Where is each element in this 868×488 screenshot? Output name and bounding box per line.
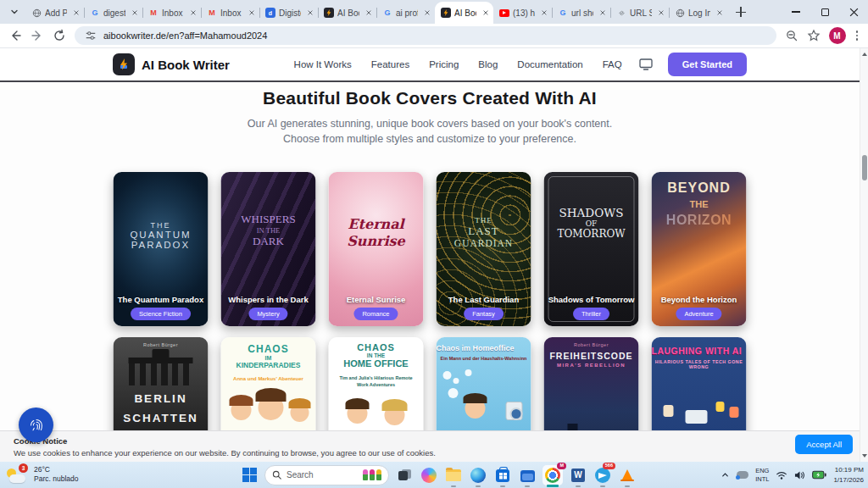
book-cover-eternal-sunrise[interactable]: EternalSunrise Eternal Sunrise Romance bbox=[329, 172, 424, 326]
nav-how-it-works[interactable]: How It Works bbox=[294, 59, 352, 69]
telegram-button[interactable]: 566 bbox=[593, 465, 612, 485]
window-minimize-button[interactable] bbox=[782, 0, 810, 24]
cover-art-title: LAUGHING WITH AI bbox=[652, 346, 747, 356]
book-cover-quantum-paradox[interactable]: THEQUANTUMPARADOX The Quantum Paradox Sc… bbox=[114, 172, 209, 326]
book-cover-last-guardian[interactable]: THELASTGUARDIAN The Last Guardian Fantas… bbox=[437, 172, 531, 326]
tab-close-icon[interactable] bbox=[597, 8, 608, 19]
tab-label: Inbox ( bbox=[162, 8, 184, 18]
word-button[interactable]: W bbox=[569, 465, 587, 485]
tab-digistore[interactable]: d Digisto bbox=[259, 2, 318, 24]
tab-close-icon[interactable] bbox=[70, 8, 81, 19]
onedrive-icon[interactable] bbox=[737, 471, 748, 479]
tab-log-in[interactable]: Log In bbox=[669, 2, 727, 24]
site-settings-icon[interactable] bbox=[85, 30, 97, 42]
chrome-button-active[interactable]: M bbox=[542, 465, 563, 485]
tab-inbox-2[interactable]: M Inbox ( bbox=[201, 2, 259, 24]
tab-close-icon[interactable] bbox=[363, 8, 374, 19]
browser-address-bar: aibookwriter.de/en?aff=Mahamoud2024 M bbox=[0, 24, 868, 48]
tab-youtube[interactable]: (13) ho bbox=[493, 2, 552, 24]
tab-close-icon[interactable] bbox=[655, 8, 666, 19]
forward-icon[interactable] bbox=[31, 29, 44, 42]
tab-label: URL Sh bbox=[630, 8, 652, 18]
tab-label: Inbox ( bbox=[220, 8, 242, 18]
folder-icon bbox=[446, 469, 461, 481]
ai-book-writer-icon bbox=[324, 8, 334, 18]
task-view-button[interactable] bbox=[395, 465, 414, 485]
cover-subtitle: HILARIOUS TALES OF TECH GONE WRONG bbox=[652, 359, 747, 369]
page-scrollbar[interactable] bbox=[860, 48, 868, 462]
taskbar-weather-widget[interactable]: 3 26°C Parc. nublado bbox=[6, 464, 78, 485]
tab-close-icon[interactable] bbox=[538, 8, 549, 19]
start-button[interactable] bbox=[240, 465, 259, 485]
tab-inbox-1[interactable]: M Inbox ( bbox=[142, 2, 201, 24]
get-started-button[interactable]: Get Started bbox=[668, 53, 747, 76]
zoom-icon[interactable] bbox=[785, 29, 798, 42]
scroll-up-arrow[interactable] bbox=[862, 53, 867, 56]
tab-close-icon[interactable] bbox=[304, 8, 315, 19]
nav-features[interactable]: Features bbox=[371, 59, 409, 69]
tab-label: Add Po bbox=[45, 8, 67, 18]
edge-button[interactable] bbox=[469, 465, 487, 485]
speaker-icon[interactable] bbox=[794, 470, 805, 480]
tab-close-icon[interactable] bbox=[187, 8, 198, 19]
tab-ai-prof[interactable]: G ai prof bbox=[376, 2, 435, 24]
tab-label: url sho bbox=[571, 8, 593, 18]
tab-digeste[interactable]: G digeste bbox=[84, 2, 142, 24]
tab-url-sho[interactable]: G url sho bbox=[552, 2, 610, 24]
display-mode-icon[interactable] bbox=[639, 58, 653, 70]
tab-ai-book-1[interactable]: AI Boo bbox=[318, 2, 376, 24]
file-explorer-button[interactable] bbox=[444, 465, 463, 485]
tab-close-icon[interactable] bbox=[480, 8, 491, 19]
battery-icon[interactable] bbox=[812, 470, 826, 480]
genre-badge: Science Fiction bbox=[131, 308, 191, 320]
tab-close-icon[interactable] bbox=[129, 8, 140, 19]
back-icon[interactable] bbox=[8, 29, 22, 42]
weather-badge: 3 bbox=[19, 463, 28, 473]
site-brand[interactable]: AI Book Writer bbox=[113, 53, 230, 75]
cover-art-title: Chaos im Homeoffice bbox=[437, 344, 531, 352]
accept-all-button[interactable]: Accept All bbox=[795, 435, 853, 454]
browser-menu-icon[interactable] bbox=[854, 29, 860, 42]
nav-documentation[interactable]: Documentation bbox=[517, 59, 582, 69]
page-subtitle-line2: Choose from multiple styles and customiz… bbox=[0, 133, 860, 145]
nav-pricing[interactable]: Pricing bbox=[429, 59, 459, 69]
tab-add-po[interactable]: Add Po bbox=[25, 2, 84, 24]
refresh-icon[interactable] bbox=[53, 29, 66, 42]
tab-close-icon[interactable] bbox=[714, 8, 725, 19]
weather-desc: Parc. nublado bbox=[34, 474, 78, 484]
tab-close-icon[interactable] bbox=[246, 8, 257, 19]
copilot-button[interactable] bbox=[420, 465, 438, 485]
book-cover-shadows-of-tomorrow[interactable]: SHADOWSOFTOMORROW Shadows of Tomorrow Th… bbox=[544, 172, 639, 326]
scroll-down-arrow[interactable] bbox=[862, 454, 867, 458]
taskbar-search[interactable]: Search bbox=[264, 465, 389, 485]
tab-label: AI Boo bbox=[337, 8, 359, 18]
task-view-icon bbox=[398, 469, 411, 480]
bookmark-star-icon[interactable] bbox=[807, 29, 821, 42]
tab-ai-book-active[interactable]: AI Boo bbox=[435, 2, 493, 24]
cover-subtitle: Tim and Julia's Hilarious Remote Work Ad… bbox=[329, 374, 424, 389]
taskbar-clock[interactable]: 10:19 PM 1/17/2026 bbox=[833, 465, 864, 484]
cover-title: Shadows of Tomorrow bbox=[548, 294, 636, 305]
tray-chevron-up-icon[interactable] bbox=[721, 470, 730, 480]
window-close-button[interactable] bbox=[839, 0, 868, 24]
tab-url-shortener[interactable]: URL Sh bbox=[610, 2, 669, 24]
url-bar[interactable]: aibookwriter.de/en?aff=Mahamoud2024 bbox=[75, 26, 776, 45]
nav-faq[interactable]: FAQ bbox=[603, 59, 622, 69]
microsoft-store-button[interactable] bbox=[493, 465, 512, 485]
language-indicator[interactable]: ENG INTL bbox=[755, 467, 769, 483]
accessibility-fingerprint-button[interactable] bbox=[19, 408, 53, 442]
wifi-icon[interactable] bbox=[776, 470, 787, 480]
book-cover-whispers-in-the-dark[interactable]: WHISPERSIN THEDARK Whispers in the Dark … bbox=[221, 172, 316, 326]
wallet-button[interactable] bbox=[518, 465, 537, 485]
nav-blog[interactable]: Blog bbox=[478, 59, 498, 69]
profile-avatar[interactable]: M bbox=[829, 27, 846, 44]
tab-label: digeste bbox=[103, 8, 125, 18]
tab-search-chevron-icon[interactable] bbox=[5, 3, 24, 21]
window-maximize-button[interactable] bbox=[810, 0, 839, 24]
tab-close-icon[interactable] bbox=[421, 8, 432, 19]
scrollbar-thumb[interactable] bbox=[862, 155, 867, 180]
book-cover-beyond-the-horizon[interactable]: BEYONDTHEHORIZON Beyond the Horizon Adve… bbox=[652, 172, 747, 326]
search-highlight-tulips-icon[interactable] bbox=[363, 469, 381, 480]
new-tab-button[interactable] bbox=[732, 3, 749, 20]
vlc-button[interactable] bbox=[618, 465, 637, 485]
